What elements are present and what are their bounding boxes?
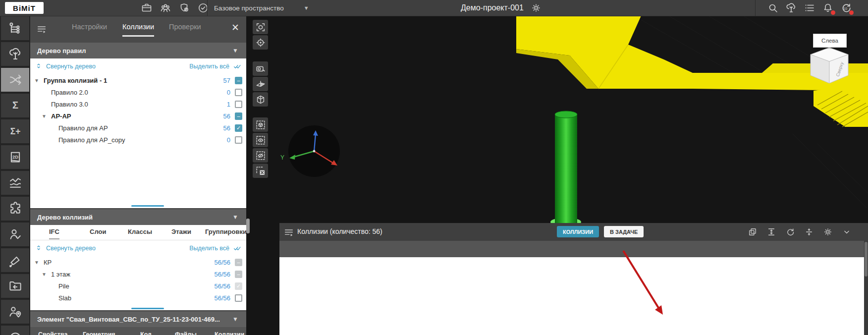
- collisions-tree-tab-группировки[interactable]: Группировки: [205, 228, 246, 238]
- sidebar-tool-person-pin[interactable]: [1, 300, 29, 324]
- pile-green[interactable]: [550, 111, 581, 227]
- table-scrollbar-thumb[interactable]: [865, 242, 868, 277]
- search-icon[interactable]: [767, 2, 779, 14]
- panel-menu-icon[interactable]: [36, 24, 47, 35]
- sidebar-tool-chart[interactable]: [1, 171, 29, 195]
- sidebar-tool-trowel[interactable]: [1, 248, 29, 272]
- collisions-tree-tab-слои[interactable]: Слои: [90, 228, 106, 238]
- tree-expander-icon[interactable]: ▼: [34, 78, 40, 83]
- expand-rows-icon[interactable]: [766, 227, 776, 237]
- scrollbar-thumb[interactable]: [131, 308, 164, 309]
- viewport-tool-isolate-box[interactable]: [253, 117, 268, 132]
- list-icon[interactable]: [804, 2, 815, 14]
- sidebar-tool-sum-plus[interactable]: Σ+: [1, 119, 29, 143]
- rules-tree-title: Дерево правил: [37, 47, 86, 55]
- tree-node-checkbox[interactable]: ✓: [235, 282, 242, 290]
- table-scrollbar[interactable]: [864, 241, 868, 335]
- tree-node-checkbox[interactable]: [235, 89, 242, 96]
- collapse-tree-link[interactable]: Свернуть дерево: [46, 245, 96, 252]
- refresh-icon[interactable]: [785, 227, 795, 237]
- collisions-tree-tab-ifc[interactable]: IFC: [49, 228, 59, 239]
- sidebar-tool-person-check[interactable]: [1, 223, 29, 246]
- viewport-tool-section-plane[interactable]: [253, 77, 268, 91]
- gear-icon[interactable]: [823, 227, 833, 237]
- sheet-2d-icon: 2D: [8, 150, 23, 165]
- close-icon[interactable]: ✕: [231, 22, 239, 33]
- collapse-tree-link[interactable]: Свернуть дерево: [46, 63, 96, 70]
- briefcase-icon[interactable]: [141, 2, 153, 14]
- sidebar-tool-hierarchy[interactable]: [1, 16, 29, 40]
- viewport-tool-zoom-fit[interactable]: [253, 20, 268, 34]
- tree-node-checkbox[interactable]: [235, 101, 242, 108]
- viewport-tool-show-eye[interactable]: [253, 133, 268, 147]
- sidebar-tool-folder-export[interactable]: [1, 274, 29, 298]
- element-tab-2[interactable]: Геометрия: [83, 331, 115, 335]
- tree-node-checkbox[interactable]: –: [235, 259, 242, 266]
- tree-node[interactable]: ▼АР-АР56–: [30, 110, 246, 122]
- sidebar-tool-collisions[interactable]: [1, 68, 29, 92]
- tree-node[interactable]: Правило 2.00: [30, 86, 246, 98]
- mode-button-1[interactable]: КОЛЛИЗИИ: [557, 226, 599, 237]
- sidebar-tool-puzzle[interactable]: [1, 197, 29, 221]
- table-menu-icon[interactable]: [283, 227, 294, 238]
- sidebar-tool-spatial-tree[interactable]: [1, 42, 29, 66]
- tree-node[interactable]: Правило для АР_copy0: [30, 134, 246, 146]
- viewport-tool-section-box[interactable]: [253, 92, 268, 107]
- element-panel-header[interactable]: Элемент "Свая_Винтовая_СВС_по_ТУ_25-11-2…: [30, 311, 246, 327]
- collapse-rows-icon[interactable]: [804, 227, 814, 237]
- viewport-tool-target[interactable]: [253, 35, 268, 50]
- select-all-link[interactable]: Выделить всё: [189, 63, 229, 70]
- app-logo[interactable]: BiMiT: [5, 2, 44, 14]
- tree-node[interactable]: ▼Группа коллизий - 157–: [30, 74, 246, 86]
- sidebar-tool-sheet-2d[interactable]: 2D: [1, 145, 29, 169]
- viewport-tool-hide-eye[interactable]: [253, 148, 268, 163]
- bell-icon[interactable]: [822, 2, 834, 14]
- element-tab-3[interactable]: Код: [140, 331, 152, 335]
- shield-icon[interactable]: [178, 2, 190, 14]
- target-icon: [255, 37, 266, 48]
- viewport-tool-clear-selection[interactable]: [253, 164, 268, 178]
- tree-node[interactable]: Правило для АР56✓: [30, 122, 246, 134]
- tree-node[interactable]: ▼КР56/56–: [30, 256, 246, 268]
- tree-node[interactable]: Правило 3.01: [30, 98, 246, 110]
- tree-node-checkbox[interactable]: ✓: [235, 124, 242, 132]
- spatial-tree-icon[interactable]: [785, 2, 797, 14]
- team-icon[interactable]: [160, 2, 171, 14]
- tree-node[interactable]: Pile56/56✓: [30, 280, 246, 292]
- tree-node[interactable]: Slab56/56: [30, 292, 246, 304]
- tree-node-checkbox[interactable]: –: [235, 271, 242, 278]
- tree-node-checkbox[interactable]: [235, 136, 242, 144]
- rules-tree-header[interactable]: Дерево правил ▼: [30, 43, 246, 58]
- mode-button-2[interactable]: В ЗАДАЧЕ: [604, 226, 644, 237]
- copy-icon[interactable]: [748, 227, 758, 237]
- panel-tab-1[interactable]: Настройки: [72, 23, 107, 35]
- select-all-link[interactable]: Выделить всё: [189, 245, 229, 252]
- sidebar-tool-sum[interactable]: Σ: [1, 94, 29, 117]
- tree-node-label: Правило для АР_copy: [58, 136, 125, 144]
- element-tab-5[interactable]: Коллизии: [215, 331, 244, 335]
- rules-tree-body: Свернуть дерево Выделить всё ▼Группа кол…: [30, 58, 246, 208]
- element-tab-1[interactable]: Свойства: [38, 331, 67, 335]
- element-tab-4[interactable]: Файлы: [175, 331, 197, 335]
- tree-node-checkbox[interactable]: –: [235, 112, 242, 120]
- view-cube[interactable]: Сверху: [811, 48, 848, 83]
- chevron-down-icon[interactable]: [842, 227, 852, 237]
- viewport-tool-measure[interactable]: [253, 61, 268, 76]
- panel-tab-2[interactable]: Коллизии: [122, 23, 154, 37]
- collisions-tree-tab-классы[interactable]: Классы: [128, 228, 152, 238]
- collisions-tree-tab-этажи[interactable]: Этажи: [171, 228, 191, 238]
- tree-expander-icon[interactable]: ▼: [42, 272, 48, 277]
- tree-node-checkbox[interactable]: [235, 294, 242, 302]
- workspace-selector[interactable]: Базовое пространство ▼: [214, 0, 309, 16]
- tree-expander-icon[interactable]: ▼: [34, 260, 40, 265]
- tree-node-checkbox[interactable]: –: [235, 77, 242, 84]
- project-settings-icon[interactable]: [531, 2, 542, 13]
- tree-expander-icon[interactable]: ▼: [42, 113, 48, 119]
- sidebar-tool-gauge[interactable]: [1, 326, 29, 335]
- sync-icon[interactable]: 10: [840, 2, 852, 14]
- panel-resize-handle[interactable]: [246, 219, 250, 233]
- scrollbar-thumb[interactable]: [131, 205, 164, 207]
- panel-tab-3[interactable]: Проверки: [169, 23, 201, 35]
- collisions-tree-header[interactable]: Дерево коллизий ▼: [30, 209, 246, 225]
- tree-node[interactable]: ▼1 этаж56/56–: [30, 268, 246, 280]
